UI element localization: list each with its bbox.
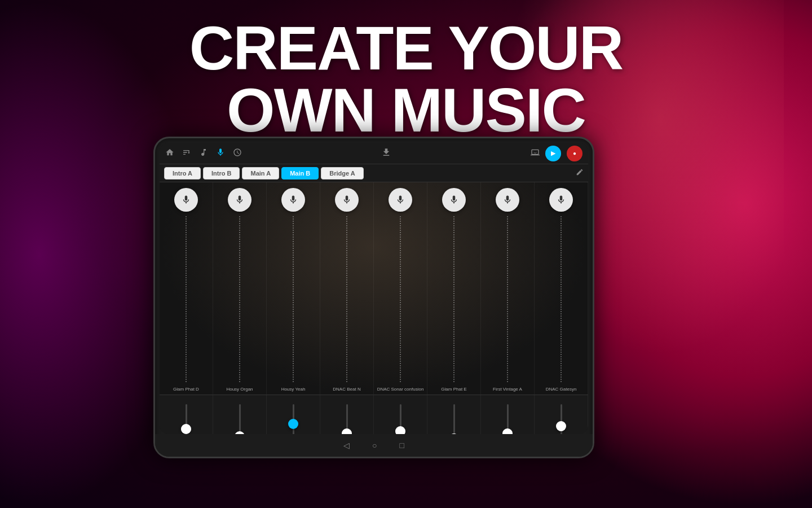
mic-button-6[interactable]	[442, 188, 466, 212]
channel-5: DNAC Sonar confusion	[374, 182, 427, 395]
fader-channel-5	[374, 395, 427, 434]
fader-track-8[interactable]	[561, 404, 562, 434]
vu-meter-1-right	[163, 395, 171, 434]
channel-2: Housy Organ	[213, 182, 267, 395]
track-line-7	[507, 216, 508, 382]
home-icon[interactable]	[165, 148, 174, 159]
track-line-6	[453, 216, 454, 382]
app-topbar: ▶ ●	[160, 143, 588, 164]
screen-share-icon[interactable]	[531, 148, 540, 159]
track-line-2	[239, 216, 240, 382]
section-tabs: Intro A Intro B Main A Main B Bridge A	[160, 164, 588, 182]
vu-meter-4-right	[324, 395, 332, 434]
track-name-6: Glam Phat E	[440, 384, 467, 395]
topbar-center	[242, 147, 531, 160]
tab-intro-a[interactable]: Intro A	[164, 167, 201, 179]
mic-button-2[interactable]	[228, 188, 251, 212]
edit-button[interactable]	[576, 168, 584, 178]
fader-handle-3[interactable]	[288, 419, 298, 429]
vu-meter-3-right	[270, 395, 278, 434]
fader-handle-8[interactable]	[556, 421, 566, 431]
clock-icon[interactable]	[233, 148, 242, 159]
vu-meter-8-right	[538, 395, 546, 434]
mic-icon[interactable]	[216, 148, 225, 159]
track-name-2: Housy Organ	[225, 384, 254, 395]
mic-button-4[interactable]	[335, 188, 359, 212]
app-content: ▶ ● Intro A Intro B Main A Main B Bridge…	[160, 143, 588, 434]
fader-handle-7[interactable]	[502, 428, 513, 434]
android-nav-bar: ◁ ○ □	[155, 434, 593, 457]
fader-track-4[interactable]	[346, 404, 348, 434]
fader-channel-1	[160, 395, 213, 434]
equalizer-icon[interactable]	[182, 148, 191, 159]
fader-track-6[interactable]	[453, 404, 455, 434]
android-home-button[interactable]: ○	[372, 441, 377, 450]
track-line-1	[186, 216, 187, 382]
fader-track-5[interactable]	[400, 404, 401, 434]
vu-meter-5-right	[377, 395, 385, 434]
channel-1: Glam Phat D	[160, 182, 213, 395]
track-name-3: Housy Yeah	[280, 384, 307, 395]
fader-channel-2	[213, 395, 267, 434]
track-name-5: DNAC Sonar confusion	[376, 384, 425, 395]
track-line-8	[561, 216, 562, 382]
track-line-4	[346, 216, 347, 382]
fader-section	[160, 395, 588, 434]
tab-main-b[interactable]: Main B	[281, 167, 319, 179]
channel-4: DNAC Beat N	[320, 182, 374, 395]
mic-button-1[interactable]	[174, 188, 198, 212]
topbar-right: ▶ ●	[531, 146, 582, 161]
fader-track-3[interactable]	[293, 404, 294, 434]
fader-handle-6[interactable]	[449, 433, 459, 434]
channel-6: Glam Phat E	[427, 182, 481, 395]
channel-7: First Vintage A	[481, 182, 535, 395]
record-button[interactable]: ●	[567, 146, 582, 161]
headline-section: CREATE YOUR OWN MUSIC	[0, 17, 812, 141]
android-back-button[interactable]: ◁	[343, 441, 350, 450]
tablet-screen: ▶ ● Intro A Intro B Main A Main B Bridge…	[160, 143, 588, 434]
mixer-main-area: Glam Phat D Housy Organ	[160, 182, 588, 395]
play-button[interactable]: ▶	[545, 146, 561, 161]
fader-handle-2[interactable]	[235, 431, 245, 434]
fader-handle-5[interactable]	[395, 426, 405, 434]
channel-8: DNAC Gatesyn	[535, 182, 588, 395]
channel-3: Housy Yeah	[267, 182, 320, 395]
fader-track-1[interactable]	[186, 404, 187, 434]
fader-handle-4[interactable]	[342, 428, 352, 434]
android-recent-button[interactable]: □	[400, 441, 404, 450]
tab-bridge-a[interactable]: Bridge A	[321, 167, 363, 179]
headline-text: CREATE YOUR OWN MUSIC	[0, 17, 812, 141]
download-icon[interactable]	[381, 147, 391, 160]
tablet-side-button-2[interactable]	[153, 234, 155, 257]
fader-handle-1[interactable]	[181, 424, 191, 434]
mic-button-8[interactable]	[549, 188, 573, 212]
fader-channel-6	[427, 395, 481, 434]
vu-meter-7-right	[484, 395, 492, 434]
fader-track-2[interactable]	[239, 404, 241, 434]
vu-meter-2-right	[217, 395, 224, 434]
track-name-7: First Vintage A	[492, 384, 523, 395]
mic-button-5[interactable]	[389, 188, 412, 212]
tablet-frame: ▶ ● Intro A Intro B Main A Main B Bridge…	[153, 137, 594, 458]
tab-main-a[interactable]: Main A	[242, 167, 279, 179]
topbar-left	[165, 148, 242, 159]
tab-intro-b[interactable]: Intro B	[203, 167, 240, 179]
mic-button-3[interactable]	[281, 188, 305, 212]
track-name-8: DNAC Gatesyn	[545, 384, 578, 395]
fader-channel-4	[320, 395, 374, 434]
fader-channel-8	[535, 395, 588, 434]
track-line-5	[400, 216, 401, 382]
track-name-4: DNAC Beat N	[332, 384, 361, 395]
vu-meter-6-right	[431, 395, 439, 434]
fader-channel-3	[267, 395, 320, 434]
track-name-1: Glam Phat D	[172, 384, 200, 395]
fader-track-7[interactable]	[507, 404, 509, 434]
channels-row: Glam Phat D Housy Organ	[160, 182, 588, 395]
fader-channel-7	[481, 395, 535, 434]
tablet-side-button[interactable]	[153, 206, 155, 229]
music-note-icon[interactable]	[199, 148, 208, 159]
track-line-3	[293, 216, 294, 382]
mic-button-7[interactable]	[496, 188, 519, 212]
